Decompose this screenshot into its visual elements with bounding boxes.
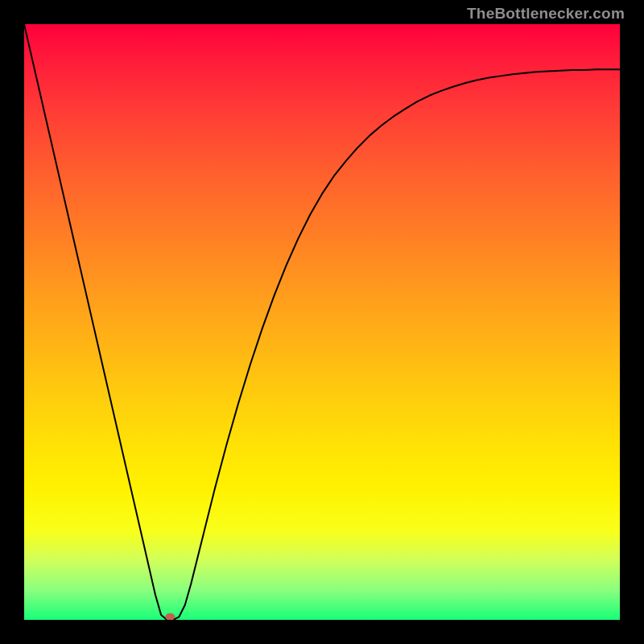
minimum-marker (165, 613, 175, 620)
chart-stage: TheBottlenecker.com (0, 0, 644, 644)
curve-layer (24, 24, 620, 620)
watermark-text: TheBottlenecker.com (467, 5, 625, 23)
bottleneck-curve (24, 24, 620, 620)
plot-area (24, 24, 620, 620)
